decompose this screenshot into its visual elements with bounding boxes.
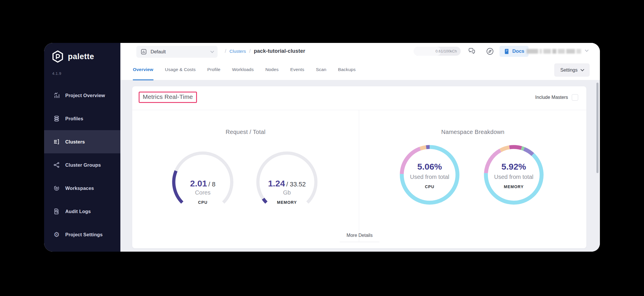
breadcrumb-current-cluster: pack-tutorial-cluster <box>254 48 305 54</box>
cpu-namespace-donut: 5.06% Used from total CPU <box>399 144 460 205</box>
gear-icon: ⚙ <box>53 231 60 238</box>
book-icon <box>504 48 510 55</box>
cpu-gauge-unit: Cores <box>169 189 236 196</box>
chat-icon[interactable] <box>468 47 476 56</box>
breadcrumb-separator: / <box>225 48 226 54</box>
tab-nodes[interactable]: Nodes <box>265 59 279 80</box>
servers-icon <box>53 138 60 146</box>
sidebar-item-cluster-groups[interactable]: Cluster Groups <box>44 153 120 177</box>
compass-icon[interactable] <box>486 47 494 56</box>
memory-namespace-donut: 5.92% Used from total MEMORY <box>483 144 544 205</box>
cpu-gauge-total: / 8 <box>208 181 215 188</box>
app-version: 4.1.9 <box>52 71 61 76</box>
docs-button-label: Docs <box>512 48 524 54</box>
tab-usage-costs[interactable]: Usage & Costs <box>165 59 196 80</box>
include-masters-checkbox[interactable] <box>572 94 578 101</box>
cpu-donut-percent: 5.06% <box>399 162 460 172</box>
tab-backups[interactable]: Backups <box>338 59 356 80</box>
project-selector[interactable]: Default <box>136 46 218 58</box>
project-selector-value: Default <box>151 49 207 55</box>
usage-badge-text: 0.61/100kCh <box>435 49 457 53</box>
sidebar-item-label: Cluster Groups <box>65 162 101 168</box>
chevron-down-icon <box>210 49 214 53</box>
tab-workloads[interactable]: Workloads <box>232 59 254 80</box>
memory-gauge-label: MEMORY <box>254 200 320 205</box>
bar-chart-icon <box>53 92 60 99</box>
sidebar-item-label: Project Settings <box>65 232 103 237</box>
metrics-card: Metrics Real-Time Include Masters Reques… <box>132 86 587 248</box>
tab-overview[interactable]: Overview <box>133 59 153 80</box>
memory-gauge: 1.24 / 33.52 Gb MEMORY <box>254 149 320 215</box>
tabs: Overview Usage & Costs Profile Workloads… <box>133 59 356 80</box>
breadcrumb-link-clusters[interactable]: Clusters <box>229 49 246 54</box>
tab-profile[interactable]: Profile <box>207 59 220 80</box>
cpu-donut-label: CPU <box>399 184 460 189</box>
more-details-link[interactable]: More Details <box>340 233 380 242</box>
app-title: palette <box>68 52 94 61</box>
cpu-gauge-label: CPU <box>169 200 236 205</box>
annotation-highlight-box: Metrics Real-Time <box>139 92 197 103</box>
doc-search-icon <box>53 208 60 215</box>
memory-gauge-unit: Gb <box>254 189 320 196</box>
chart-select-icon <box>140 48 147 55</box>
cpu-gauge: 2.01 / 8 Cores CPU <box>169 149 236 215</box>
memory-gauge-value: 1.24 <box>268 179 285 188</box>
namespace-breakdown-title: Namespace Breakdown <box>359 129 587 135</box>
request-total-title: Request / Total <box>132 129 359 135</box>
vertical-scrollbar[interactable] <box>596 83 598 173</box>
breadcrumb-separator: / <box>249 48 251 54</box>
cpu-donut-caption: Used from total <box>399 174 460 180</box>
orbit-icon <box>53 184 60 192</box>
topbar: Default / Clusters / pack-tutorial-clust… <box>120 43 600 59</box>
tab-events[interactable]: Events <box>290 59 304 80</box>
sidebar-item-project-overview[interactable]: Project Overview <box>44 84 120 107</box>
sidebar-item-profiles[interactable]: Profiles <box>44 107 120 130</box>
chevron-down-icon <box>580 68 584 71</box>
layers-icon <box>53 115 60 122</box>
user-menu-chevron-icon[interactable] <box>585 48 589 52</box>
network-icon <box>53 161 60 169</box>
screenshot-stage: palette 4.1.9 Project Overview <box>0 0 644 296</box>
sidebar-item-project-settings[interactable]: ⚙ Project Settings <box>44 223 120 246</box>
brand[interactable]: palette <box>51 50 94 63</box>
memory-donut-label: MEMORY <box>483 184 544 189</box>
docs-button[interactable]: Docs <box>500 46 529 57</box>
palette-logo-icon <box>51 50 64 63</box>
sidebar-item-label: Workspaces <box>65 186 94 191</box>
sidebar-item-label: Project Overview <box>65 93 105 98</box>
sidebar-item-clusters[interactable]: Clusters <box>44 130 120 153</box>
sidebar: palette 4.1.9 Project Overview <box>44 43 120 252</box>
include-masters-control: Include Masters <box>535 94 578 101</box>
sidebar-item-label: Clusters <box>65 139 85 145</box>
memory-donut-percent: 5.92% <box>483 162 544 172</box>
memory-donut-caption: Used from total <box>483 174 544 180</box>
settings-button-label: Settings <box>560 67 578 73</box>
sidebar-item-workspaces[interactable]: Workspaces <box>44 177 120 200</box>
app-window: palette 4.1.9 Project Overview <box>44 43 600 252</box>
card-header-divider <box>132 110 586 110</box>
sidebar-item-audit-logs[interactable]: Audit Logs <box>44 200 120 223</box>
settings-button[interactable]: Settings <box>554 63 589 77</box>
memory-gauge-total: / 33.52 <box>286 181 306 188</box>
user-menu-blurred-name[interactable] <box>527 48 581 54</box>
include-masters-label: Include Masters <box>535 95 568 100</box>
usage-badge: 0.61/100kCh <box>414 47 461 56</box>
metrics-card-title: Metrics Real-Time <box>143 93 193 100</box>
cpu-gauge-value: 2.01 <box>190 179 207 188</box>
sidebar-item-label: Profiles <box>65 116 83 121</box>
sidebar-nav: Project Overview Profiles <box>44 84 120 246</box>
more-details-wrap: More Details <box>132 233 587 242</box>
breadcrumb: / Clusters / pack-tutorial-cluster <box>225 43 305 59</box>
tabs-row: Overview Usage & Costs Profile Workloads… <box>120 59 600 80</box>
sidebar-item-label: Audit Logs <box>65 209 91 214</box>
tab-scan[interactable]: Scan <box>316 59 326 80</box>
